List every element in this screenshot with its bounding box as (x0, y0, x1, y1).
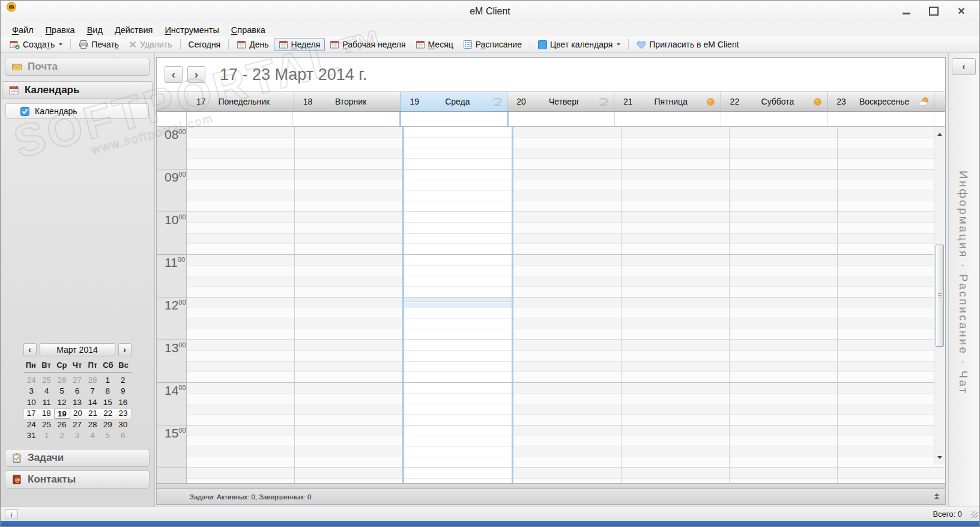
all-day-cell-22[interactable] (721, 112, 827, 126)
time-slot[interactable] (622, 362, 729, 373)
time-slot[interactable] (513, 383, 621, 394)
time-slot[interactable] (730, 148, 837, 159)
time-slot[interactable] (404, 362, 512, 373)
time-slot[interactable] (187, 308, 294, 319)
time-slot[interactable] (838, 394, 945, 404)
time-slot[interactable] (838, 180, 945, 191)
time-slot[interactable] (295, 212, 402, 223)
mini-day-26[interactable]: 26 (54, 420, 69, 430)
time-slot[interactable] (295, 351, 402, 362)
time-slot[interactable] (838, 287, 945, 297)
time-slot[interactable] (622, 447, 729, 458)
day-column-17[interactable] (187, 127, 294, 486)
time-slot[interactable] (730, 201, 837, 212)
time-slot[interactable] (622, 404, 729, 415)
mini-day-25[interactable]: 25 (39, 420, 54, 430)
time-slot[interactable] (730, 169, 837, 180)
scroll-up-button[interactable] (934, 130, 945, 138)
time-slot[interactable] (404, 308, 512, 319)
mini-calendar-prev-button[interactable]: ‹ (23, 343, 37, 356)
time-slot[interactable] (404, 244, 512, 255)
time-slot[interactable] (838, 308, 945, 319)
time-slot[interactable] (513, 404, 621, 415)
menu-item-2[interactable]: Вид (81, 24, 109, 36)
time-slot[interactable] (838, 468, 945, 479)
mini-day-26[interactable]: 26 (54, 376, 69, 386)
time-slot[interactable] (187, 287, 294, 297)
time-slot[interactable] (187, 276, 294, 287)
time-slot[interactable] (187, 266, 294, 276)
time-slot[interactable] (187, 212, 294, 223)
time-slot[interactable] (730, 308, 837, 319)
time-slot[interactable] (622, 457, 729, 468)
time-slot[interactable] (513, 362, 621, 373)
time-slot[interactable] (730, 244, 837, 255)
time-slot[interactable] (295, 191, 402, 202)
scroll-down-button[interactable] (934, 453, 945, 462)
time-slot[interactable] (513, 276, 621, 287)
time-slot[interactable] (404, 138, 512, 148)
mini-day-2[interactable]: 2 (115, 376, 130, 386)
mini-day-21[interactable]: 21 (85, 409, 100, 419)
time-slot[interactable] (513, 169, 621, 180)
calendar-next-week-button[interactable]: › (187, 66, 205, 83)
time-slot[interactable] (838, 266, 945, 276)
time-slot[interactable] (513, 436, 621, 447)
time-slot[interactable] (187, 468, 294, 479)
time-slot[interactable] (730, 234, 837, 245)
time-slot[interactable] (295, 223, 402, 234)
time-slot[interactable] (730, 255, 837, 266)
mini-day-17[interactable]: 17 (24, 409, 39, 419)
toolbar-button-month[interactable]: Месяц (411, 38, 458, 51)
time-slot[interactable] (513, 319, 621, 330)
vertical-scrollbar[interactable] (934, 127, 945, 465)
day-header-18[interactable]: 18Вторник (294, 92, 401, 111)
time-slot[interactable] (295, 297, 402, 308)
time-slot[interactable] (404, 351, 512, 362)
mini-day-19[interactable]: 19 (54, 409, 70, 419)
time-slot[interactable] (295, 201, 402, 212)
scrollbar-thumb[interactable] (936, 245, 944, 347)
mini-day-12[interactable]: 12 (54, 398, 69, 408)
time-slot[interactable] (295, 180, 402, 191)
toolbar-button-calendar-color[interactable]: Цвет календаря (533, 38, 625, 51)
mini-day-5[interactable]: 5 (100, 431, 115, 441)
mini-day-13[interactable]: 13 (70, 398, 85, 408)
all-day-cell-18[interactable] (292, 112, 399, 126)
maximize-button[interactable] (925, 4, 943, 18)
time-slot[interactable] (295, 244, 402, 255)
time-slot[interactable] (622, 319, 729, 330)
time-slot[interactable] (730, 329, 837, 340)
time-slot[interactable] (404, 415, 512, 425)
time-slot[interactable] (622, 340, 729, 351)
time-slot[interactable] (295, 287, 402, 297)
expand-right-panel-button[interactable]: ‹ (952, 58, 976, 75)
time-slot[interactable] (622, 234, 729, 245)
time-slot[interactable] (187, 383, 294, 394)
time-slot[interactable] (730, 159, 837, 169)
time-slot[interactable] (187, 169, 294, 180)
time-slot[interactable] (622, 148, 729, 159)
time-slot[interactable] (622, 351, 729, 362)
mini-day-1[interactable]: 1 (39, 431, 54, 441)
time-slot[interactable] (838, 415, 945, 425)
mini-day-28[interactable]: 28 (85, 376, 100, 386)
time-slot[interactable] (187, 404, 294, 415)
time-slot[interactable] (622, 191, 729, 202)
mini-day-22[interactable]: 22 (100, 409, 115, 419)
right-panel-tabs-label[interactable]: Информация · Расписание · Чат (957, 171, 970, 395)
time-slot[interactable] (513, 394, 621, 404)
time-slot[interactable] (295, 234, 402, 245)
all-day-cell-19[interactable] (399, 112, 509, 126)
time-slot[interactable] (622, 223, 729, 234)
time-slot[interactable] (295, 138, 402, 148)
time-slot[interactable] (513, 223, 621, 234)
time-slot[interactable] (187, 234, 294, 245)
mini-day-31[interactable]: 31 (24, 431, 39, 441)
time-slot[interactable] (622, 180, 729, 191)
mini-day-29[interactable]: 29 (100, 420, 115, 430)
time-slot[interactable] (187, 415, 294, 425)
time-slot[interactable] (404, 383, 512, 394)
time-slot[interactable] (295, 457, 402, 468)
day-header-21[interactable]: 21Пятница (614, 92, 721, 111)
